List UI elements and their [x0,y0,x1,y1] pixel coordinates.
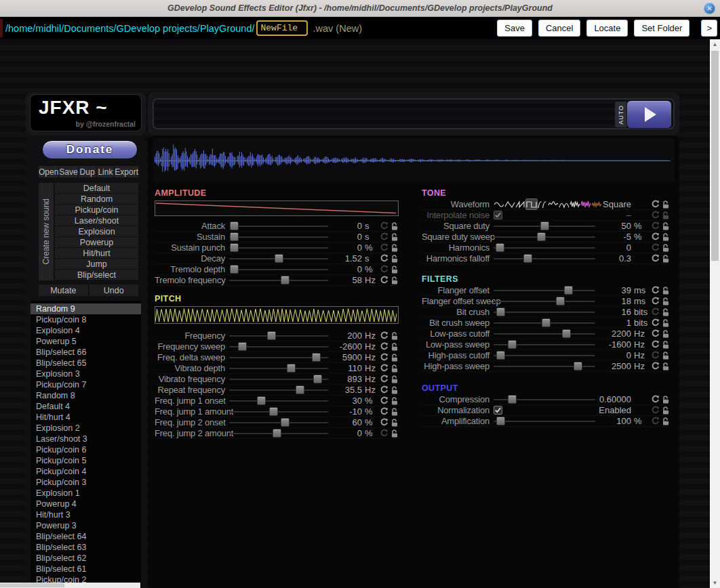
slider-track[interactable] [494,329,595,339]
lock-open-icon[interactable] [390,385,399,395]
slider-thumb[interactable] [564,286,573,295]
slider-track[interactable] [494,318,595,329]
reset-icon[interactable] [380,418,388,427]
donate-button[interactable]: Donate [42,140,138,159]
reset-icon[interactable] [651,222,660,231]
sound-list-item[interactable]: Pickup/coin 8 [31,314,141,325]
sound-list-item[interactable]: Blip/select 66 [31,347,141,358]
lock-open-icon[interactable] [661,308,670,317]
lock-open-icon[interactable] [390,276,399,285]
sound-list-item[interactable]: Hit/hurt 4 [31,412,141,423]
slider-track[interactable] [494,416,595,427]
lock-open-icon[interactable] [390,418,399,427]
slider-thumb[interactable] [542,318,551,327]
preset-hit-hurt[interactable]: Hit/hurt [55,248,138,258]
slider-track[interactable] [229,275,328,286]
sound-list-item[interactable]: Random 9 [31,303,141,314]
slider-thumb[interactable] [281,276,289,285]
reset-icon[interactable] [380,276,388,285]
reset-icon[interactable] [380,254,388,264]
lock-open-icon[interactable] [661,318,670,328]
slider-thumb[interactable] [508,395,517,404]
normalization-checkbox[interactable] [494,406,502,415]
scroll-up-icon[interactable]: ▲ [710,39,720,49]
lock-open-icon[interactable] [661,222,670,231]
slider-thumb[interactable] [275,254,283,263]
lock-open-icon[interactable] [661,362,670,371]
open-sound-button[interactable]: Open [39,166,58,177]
slider-track[interactable] [229,428,328,439]
slider-track[interactable] [494,394,595,405]
sound-list-item[interactable]: Pickup/coin 5 [31,455,141,466]
reset-icon[interactable] [380,342,388,352]
sound-list-item[interactable]: Powerup 4 [31,499,141,509]
preset-pickup-coin[interactable]: Pickup/coin [55,205,138,215]
slider-track[interactable] [494,361,595,372]
slider-track[interactable] [494,285,595,296]
slider-track[interactable] [229,417,328,428]
lock-open-icon[interactable] [661,243,670,253]
lock-open-icon[interactable] [661,406,670,415]
reset-icon[interactable] [651,362,660,371]
reset-icon[interactable] [380,353,388,362]
save-sound-button[interactable]: Save [59,166,77,177]
sound-list-item[interactable]: Blip/select 65 [31,358,141,369]
slider-thumb[interactable] [496,351,505,360]
reset-icon[interactable] [380,375,388,384]
scroll-down-icon[interactable]: ▼ [710,578,720,588]
reset-icon[interactable] [380,331,388,341]
sound-list-item[interactable]: Hit/hurt 3 [31,509,141,520]
reset-icon[interactable] [651,340,660,350]
slider-track[interactable] [229,385,328,396]
slider-track[interactable] [229,374,328,385]
slider-track[interactable] [229,341,328,352]
slider-thumb[interactable] [508,340,517,349]
slider-thumb[interactable] [281,418,289,427]
lock-open-icon[interactable] [661,232,670,242]
preset-blip-select[interactable]: Blip/select [55,270,138,280]
horizontal-scrollbar-thumb[interactable] [0,583,64,587]
slider-thumb[interactable] [238,342,247,351]
slider-track[interactable] [494,221,595,232]
reset-icon[interactable] [651,395,660,404]
close-icon[interactable]: ✕ [704,3,715,14]
preset-jump[interactable]: Jump [55,259,138,269]
slider-thumb[interactable] [313,375,322,383]
vertical-scrollbar[interactable]: ▲ ▼ [710,39,720,588]
slider-thumb[interactable] [574,362,582,371]
lock-open-icon[interactable] [390,265,399,274]
lock-open-icon[interactable] [661,395,670,404]
reset-icon[interactable] [651,243,660,253]
slider-thumb[interactable] [230,265,239,274]
sound-list-item[interactable]: Explosion 3 [31,369,141,379]
lock-open-icon[interactable] [390,429,399,438]
sound-list-item[interactable]: Pickup/coin 7 [31,379,141,390]
slider-track[interactable] [494,350,595,361]
lock-open-icon[interactable] [661,297,670,306]
waveform-triangle-icon[interactable] [504,199,515,209]
reset-icon[interactable] [380,265,388,274]
play-button[interactable] [626,100,672,129]
playback-progress-bar[interactable]: AUTO [153,98,675,129]
mutate-button[interactable]: Mutate [39,285,88,296]
slider-track[interactable] [494,296,595,307]
reset-icon[interactable] [651,329,660,339]
slider-thumb[interactable] [230,232,239,241]
slider-thumb[interactable] [312,353,321,362]
undo-button[interactable]: Undo [89,285,139,296]
sound-list-item[interactable]: Blip/select 64 [31,531,141,542]
lock-open-icon[interactable] [390,243,399,253]
slider-thumb[interactable] [537,232,546,241]
sound-list-item[interactable]: Powerup 3 [31,520,141,531]
reset-icon[interactable] [380,364,388,373]
lock-open-icon[interactable] [390,407,399,417]
vertical-scrollbar-thumb[interactable] [711,51,719,261]
lock-open-icon[interactable] [661,286,670,295]
lock-open-icon[interactable] [390,331,399,341]
slider-track[interactable] [229,232,328,243]
horizontal-scrollbar[interactable] [0,583,140,588]
lock-open-icon[interactable] [390,222,399,231]
lock-open-icon[interactable] [390,342,399,352]
slider-track[interactable] [229,363,328,374]
reset-icon[interactable] [651,286,660,295]
